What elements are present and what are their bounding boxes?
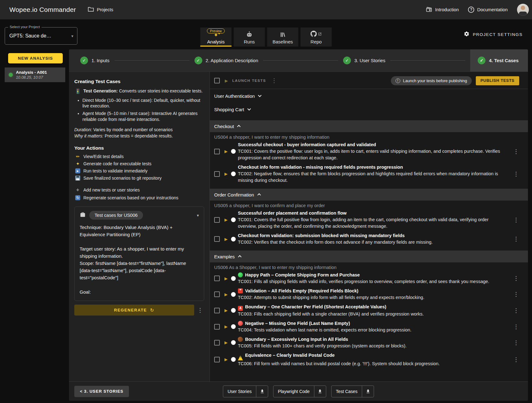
kebab-menu-icon[interactable]: ⋮ (513, 324, 519, 330)
mode-item: Direct Mode (10–30 sec / test case): Def… (82, 97, 204, 109)
tab-baselines-label: Baselines (273, 39, 293, 44)
tab-repo[interactable]: Repo (301, 27, 332, 47)
run-test-icon[interactable]: ▶ (224, 292, 228, 297)
kebab-menu-icon[interactable]: ⋮ (271, 78, 277, 83)
status-circle-icon (231, 237, 236, 241)
run-test-icon[interactable]: ▶ (224, 324, 228, 329)
analysis-date: 10.08.25, 10:07 (16, 75, 47, 80)
test-case-checkbox[interactable] (214, 236, 220, 242)
stepper-step[interactable]: ✓ 2. Application Description (195, 57, 258, 64)
stepper-connector (115, 60, 190, 61)
test-case-description: TC002: Attempts to submit shipping info … (238, 294, 505, 301)
test-cases-panel: ▶ LAUNCH TESTS ⋮ ! Launch your tests bef… (210, 72, 528, 381)
publish-tests-button[interactable]: PUBLISH TESTS (476, 76, 519, 85)
regenerate-button[interactable]: REGENERATE ↻ (74, 305, 194, 316)
tab-runs[interactable]: Runs (234, 27, 265, 47)
main-tabs: Preview ✦ Analysis Runs Baselines Repo (200, 27, 332, 47)
test-case-description: TC001: Covers the full positive flow fro… (238, 216, 505, 230)
test-case-checkbox[interactable] (214, 357, 220, 362)
play-button-icon: ▶ (74, 168, 81, 173)
alert-icon: ! (396, 78, 400, 83)
section-toggle[interactable]: Examples (210, 251, 528, 262)
export-test-cases-button[interactable]: Test Cases (331, 386, 374, 397)
kebab-menu-icon[interactable]: ⋮ (197, 307, 203, 313)
kebab-menu-icon[interactable]: ⋮ (513, 217, 519, 223)
test-case-checkbox[interactable] (214, 291, 220, 297)
kebab-menu-icon[interactable]: ⋮ (513, 236, 519, 242)
kebab-menu-icon[interactable]: ⋮ (513, 276, 519, 281)
test-case-checkbox[interactable] (214, 149, 220, 154)
check-icon: ✓ (195, 57, 202, 64)
chevron-down-icon[interactable]: ▾ (197, 213, 199, 218)
new-analysis-button[interactable]: NEW ANALYSIS (8, 53, 63, 63)
test-case-row: ▶ Happy Path – Complete Shipping Form an… (214, 272, 519, 285)
kebab-menu-icon[interactable]: ⋮ (513, 357, 519, 362)
test-case-details: Technique: Boundary Value Analysis (BVA)… (80, 224, 199, 296)
run-test-icon[interactable]: ▶ (224, 308, 228, 313)
kebab-menu-icon[interactable]: ⋮ (513, 291, 519, 297)
story-chip[interactable]: Test cases for US006 (89, 211, 143, 220)
projects-button[interactable]: Projects (88, 7, 113, 13)
export-user-stories-button[interactable]: User Stories (223, 386, 268, 397)
test-case-checkbox[interactable] (214, 217, 220, 223)
run-test-icon[interactable]: ▶ (224, 172, 228, 176)
status-circle-icon (231, 292, 236, 297)
stepper-step-label: 2. Application Description (206, 58, 258, 63)
kebab-menu-icon[interactable]: ⋮ (513, 171, 519, 177)
test-case-row: ▶ Checkout form validation: submission b… (214, 232, 519, 246)
test-case-checkbox[interactable] (214, 308, 220, 313)
test-case-row: ▶ Successful checkout - buyer informatio… (214, 142, 519, 161)
section-toggle[interactable]: Order Confirmation (210, 189, 528, 201)
run-test-icon[interactable]: ▶ (224, 276, 228, 281)
footer-bar: < 3. USER STORIES User Stories Playwrigh… (69, 381, 528, 401)
user-story-label: US004 a shopper, I want to enter my ship… (214, 135, 519, 140)
export-playwright-code-button[interactable]: Playwright Code (273, 386, 326, 397)
avatar[interactable] (517, 4, 529, 16)
help-circle-icon: ? (468, 7, 474, 13)
action-item: ✦ Generate code for executable tests (74, 161, 204, 166)
briefcase-icon (80, 212, 86, 219)
check-icon: ✓ (343, 57, 351, 64)
test-case-checkbox[interactable] (214, 171, 220, 177)
analysis-list-item[interactable]: Analysis - A001 10.08.25, 10:07 (5, 67, 65, 82)
export-buttons: User Stories Playwright Code Test Cases (223, 386, 374, 397)
divider (210, 89, 528, 89)
documentation-button[interactable]: ? Documentation (468, 7, 508, 13)
traffic-light-icon (74, 88, 81, 94)
test-case-checkbox[interactable] (214, 340, 220, 346)
launch-tests-button[interactable]: LAUNCH TESTS (232, 79, 266, 82)
run-test-icon[interactable]: ▶ (224, 340, 228, 345)
test-case-checkbox[interactable] (214, 276, 220, 281)
tab-analysis[interactable]: Preview ✦ Analysis (200, 27, 232, 47)
external-link-icon (318, 32, 322, 37)
select-all-checkbox[interactable] (214, 78, 220, 83)
section-toggle[interactable]: Shopping Cart (214, 107, 519, 112)
run-test-icon[interactable]: ▶ (224, 217, 228, 222)
section-toggle[interactable]: Checkout (210, 120, 528, 132)
stepper-step[interactable]: ✓ 1. Inputs (80, 57, 110, 64)
actions-heading: Your Actions (74, 145, 204, 151)
kebab-menu-icon[interactable]: ⋮ (513, 308, 519, 313)
run-test-icon[interactable]: ▶ (224, 149, 228, 154)
kebab-menu-icon[interactable]: ⋮ (513, 149, 519, 154)
introduction-label: Introduction (435, 7, 459, 12)
stepper-connector (263, 60, 338, 61)
back-to-user-stories-button[interactable]: < 3. USER STORIES (74, 386, 129, 397)
run-test-icon[interactable]: ▶ (224, 357, 228, 362)
introduction-button[interactable]: Introduction (426, 6, 459, 13)
github-icon (311, 31, 317, 38)
stepper-step[interactable]: ✓ 4. Test Cases (470, 49, 528, 72)
kebab-menu-icon[interactable]: ⋮ (513, 340, 519, 346)
project-select[interactable]: Select your Project GPT5: Sauce de… ▾ (5, 27, 77, 45)
section-toggle[interactable]: User Authentication (214, 93, 519, 99)
run-test-icon[interactable]: ▶ (224, 237, 228, 241)
wood-log-icon (237, 336, 244, 342)
chevron-down-icon: ▾ (71, 34, 73, 38)
test-case-checkbox[interactable] (214, 324, 220, 330)
stepper-step[interactable]: ✓ 3. User Stories (343, 57, 385, 64)
tab-baselines[interactable]: Baselines (267, 27, 298, 47)
download-icon (362, 386, 374, 397)
status-circle-icon (231, 149, 236, 154)
action-item: ✏ View/Edit test details (74, 154, 204, 159)
project-settings-button[interactable]: PROJECT SETTINGS (464, 30, 523, 38)
